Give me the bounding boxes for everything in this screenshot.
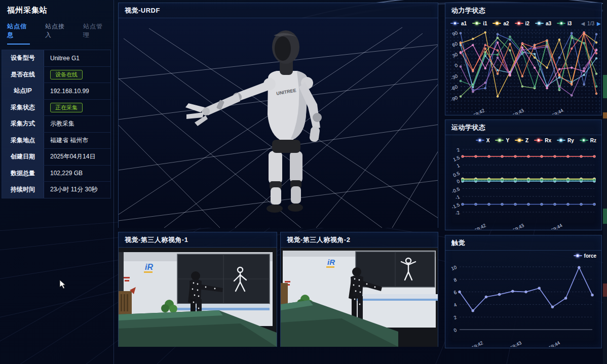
svg-text:8: 8 — [453, 277, 458, 283]
svg-text:2: 2 — [453, 314, 458, 320]
tab-site-manage[interactable]: 站点管理 — [83, 22, 106, 45]
svg-text:1: 1 — [456, 163, 461, 169]
svg-text:08:59:44: 08:59:44 — [542, 340, 561, 347]
video1-panel: 视觉-第三人称视角-1 iR — [118, 232, 277, 347]
legend-item-a1[interactable]: a1 — [450, 21, 467, 26]
info-row: 采集方式示教采集 — [2, 116, 110, 133]
legend-item-a3[interactable]: a3 — [535, 21, 551, 26]
info-value: Unitree G1 — [44, 50, 110, 66]
svg-text:-1.5: -1.5 — [450, 201, 460, 210]
info-value: 福建省 福州市 — [44, 133, 110, 149]
svg-text:-30: -30 — [450, 73, 459, 81]
screen-edge-strip — [603, 0, 607, 364]
svg-text:2: 2 — [456, 147, 461, 153]
legend-marker-icon — [492, 23, 501, 24]
svg-text:1.5: 1.5 — [452, 154, 461, 162]
kinematics-panel-title: 运动学状态 — [445, 120, 601, 135]
video1-scene: iR — [119, 248, 277, 347]
svg-text:0: 0 — [454, 62, 459, 68]
svg-text:-60: -60 — [450, 84, 459, 92]
station-info-column: 福州采集站 站点信息 站点接入 站点管理 设备型号Unitree G1是否在线设… — [0, 0, 113, 364]
legend-item-i1[interactable]: i1 — [472, 21, 487, 26]
info-label: 创建日期 — [2, 149, 44, 165]
info-label: 采集方式 — [2, 116, 44, 132]
urdf-viewport[interactable]: UNITREE — [119, 18, 438, 228]
legend-label: a3 — [546, 21, 551, 26]
svg-text:08:59:42: 08:59:42 — [465, 340, 484, 347]
info-row: 创建日期2025年04月14日 — [2, 149, 110, 166]
tab-site-access[interactable]: 站点接入 — [45, 22, 68, 45]
legend-next-icon[interactable]: ▶ — [597, 21, 601, 26]
info-row: 站点IP192.168.10.99 — [2, 83, 110, 100]
info-label: 持续时间 — [2, 182, 44, 198]
kinematics-panel: 运动学状态 XYZRxRyRz 21.510.50-0.5-1-1.5-208:… — [445, 119, 602, 230]
svg-text:4: 4 — [453, 302, 458, 308]
legend-marker-icon — [515, 140, 523, 141]
info-label: 采集状态 — [2, 100, 44, 116]
legend-item-i2[interactable]: i2 — [515, 21, 529, 26]
urdf-scene: UNITREE — [119, 18, 438, 228]
legend-label: Y — [506, 138, 509, 143]
svg-text:08:59:44: 08:59:44 — [545, 107, 564, 114]
legend-label: a2 — [503, 21, 509, 26]
tactile-chart[interactable]: 108642008:59:4208:59:4308:59:44 — [445, 261, 600, 347]
legend-item-i3[interactable]: i3 — [557, 21, 572, 26]
legend-item-a2[interactable]: a2 — [492, 21, 509, 26]
svg-text:-2: -2 — [454, 210, 461, 216]
svg-text:60: 60 — [451, 41, 459, 48]
legend-item-Ry[interactable]: Ry — [557, 138, 574, 143]
legend-pager: ◀ 1/3 ▶ — [581, 21, 600, 26]
kinematics-legend: XYZRxRyRz — [445, 135, 601, 145]
legend-item-Rz[interactable]: Rz — [580, 138, 596, 143]
legend-item-Rx[interactable]: Rx — [534, 138, 551, 143]
legend-item-X[interactable]: X — [476, 138, 490, 143]
legend-marker-icon — [515, 23, 523, 24]
svg-text:6: 6 — [453, 289, 458, 295]
legend-page-indicator: 1/3 — [587, 21, 594, 26]
info-row: 采集地点福建省 福州市 — [2, 133, 110, 149]
info-label: 站点IP — [2, 83, 44, 99]
legend-marker-icon — [535, 23, 544, 24]
legend-marker-icon — [472, 23, 481, 24]
urdf-panel: 视觉-URDF — [118, 3, 438, 228]
legend-marker-icon — [534, 140, 543, 141]
svg-text:08:59:44: 08:59:44 — [544, 222, 563, 229]
dynamics-chart[interactable]: 9060300-30-60-9008:59:4208:59:4308:59:44 — [445, 28, 600, 114]
kinematics-chart[interactable]: 21.510.50-0.5-1-1.5-208:59:4208:59:4308:… — [445, 145, 600, 229]
video1-feed[interactable]: iR — [119, 248, 277, 347]
legend-item-Y[interactable]: Y — [495, 138, 509, 143]
tactile-panel: 触觉 force 108642008:59:4208:59:4308:59:44 — [445, 235, 602, 348]
info-row: 数据总量102,229 GB — [2, 166, 110, 182]
info-row: 持续时间23小时 11分 30秒 — [2, 182, 110, 198]
dynamics-panel-title: 动力学状态 — [445, 3, 601, 18]
legend-marker-icon — [574, 255, 582, 256]
dynamics-panel: 动力学状态 a1i1a2i2a3i3 ◀ 1/3 ▶ 9060300-30-60… — [445, 3, 602, 115]
station-title: 福州采集站 — [0, 0, 113, 18]
video2-feed[interactable]: iR — [281, 248, 438, 347]
info-value: 23小时 11分 30秒 — [44, 182, 110, 198]
mouse-cursor — [59, 279, 67, 290]
info-row: 设备型号Unitree G1 — [2, 50, 110, 67]
legend-item-Z[interactable]: Z — [515, 138, 528, 143]
info-label: 数据总量 — [2, 166, 44, 182]
info-value: 2025年04月14日 — [44, 149, 110, 165]
legend-label: a1 — [461, 21, 467, 26]
tab-site-info[interactable]: 站点信息 — [7, 22, 30, 45]
video2-scene: iR — [281, 248, 438, 347]
info-label: 采集地点 — [2, 133, 44, 149]
legend-prev-icon[interactable]: ◀ — [581, 21, 585, 26]
svg-text:-90: -90 — [450, 95, 459, 103]
status-badge: 正在采集 — [50, 103, 83, 112]
legend-label: i1 — [483, 21, 487, 26]
legend-label: Rz — [590, 138, 596, 143]
svg-text:0: 0 — [456, 178, 461, 184]
legend-marker-icon — [450, 23, 459, 24]
svg-text:0.5: 0.5 — [452, 170, 461, 178]
left-column-divider — [113, 0, 114, 364]
legend-marker-icon — [557, 140, 565, 141]
dynamics-legend: a1i1a2i2a3i3 ◀ 1/3 ▶ — [445, 18, 601, 28]
legend-label: Z — [525, 138, 528, 143]
legend-label: X — [486, 138, 490, 143]
legend-item-force[interactable]: force — [574, 253, 596, 259]
video1-wall-logo: iR — [145, 263, 153, 271]
